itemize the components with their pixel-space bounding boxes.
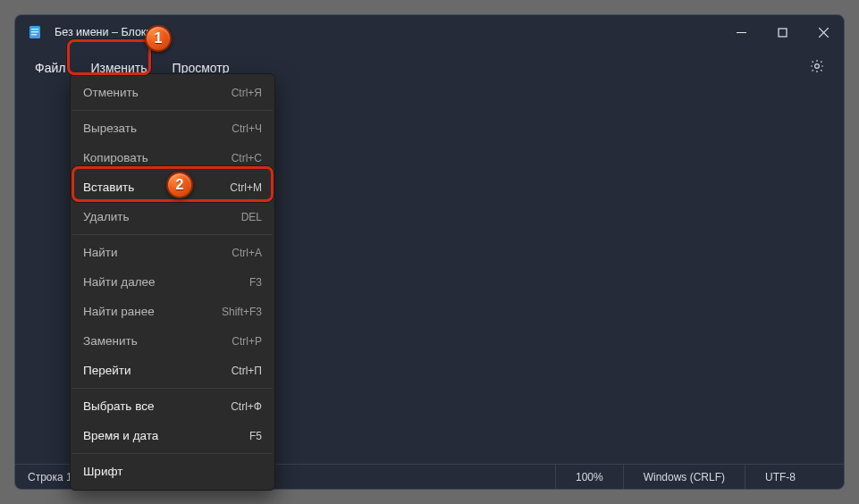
menu-item-label: Время и дата bbox=[83, 429, 249, 442]
svg-rect-2 bbox=[31, 31, 38, 32]
menu-separator bbox=[72, 388, 273, 389]
svg-rect-1 bbox=[31, 29, 38, 29]
menu-item-label: Вырезать bbox=[83, 122, 232, 135]
maximize-button[interactable] bbox=[762, 15, 803, 49]
menu-separator bbox=[72, 453, 273, 454]
menu-item-shortcut: DEL bbox=[241, 211, 262, 223]
menu-item-label: Выбрать все bbox=[83, 399, 231, 413]
menu-item-find[interactable]: Найти Ctrl+А bbox=[71, 238, 274, 267]
menu-item-label: Найти bbox=[83, 246, 232, 259]
menu-item-shortcut: Ctrl+П bbox=[232, 365, 262, 377]
menu-item-cut[interactable]: Вырезать Ctrl+Ч bbox=[71, 113, 274, 143]
menu-item-shortcut: F5 bbox=[249, 430, 262, 442]
titlebar: Без имени – Блокнот bbox=[15, 15, 844, 49]
menu-item-paste[interactable]: Вставить Ctrl+М bbox=[71, 172, 274, 202]
menu-item-shortcut: F3 bbox=[249, 276, 262, 289]
svg-point-8 bbox=[815, 64, 820, 69]
menu-item-goto[interactable]: Перейти Ctrl+П bbox=[71, 356, 274, 385]
close-button[interactable] bbox=[803, 15, 844, 49]
settings-button[interactable] bbox=[799, 50, 835, 86]
menu-item-label: Найти ранее bbox=[83, 305, 222, 318]
menu-item-font[interactable]: Шрифт bbox=[71, 457, 274, 486]
menu-item-label: Отменить bbox=[83, 86, 232, 99]
menu-item-shortcut: Ctrl+А bbox=[232, 247, 262, 259]
menu-item-shortcut: Ctrl+Я bbox=[232, 87, 262, 99]
notepad-icon bbox=[28, 25, 42, 39]
menu-item-find-next[interactable]: Найти далее F3 bbox=[71, 267, 274, 297]
edit-menu-dropdown: Отменить Ctrl+Я Вырезать Ctrl+Ч Копирова… bbox=[70, 73, 275, 491]
menu-item-undo[interactable]: Отменить Ctrl+Я bbox=[71, 78, 274, 107]
menu-item-select-all[interactable]: Выбрать все Ctrl+Ф bbox=[71, 391, 274, 421]
menu-item-shortcut: Ctrl+Ф bbox=[231, 400, 262, 413]
menu-item-label: Копировать bbox=[83, 151, 232, 164]
menu-separator bbox=[72, 110, 273, 111]
menu-item-delete[interactable]: Удалить DEL bbox=[71, 202, 274, 231]
status-encoding[interactable]: UTF-8 bbox=[745, 465, 831, 489]
status-line-ending[interactable]: Windows (CRLF) bbox=[623, 465, 745, 489]
menu-item-label: Вставить bbox=[83, 181, 230, 194]
menu-item-time-date[interactable]: Время и дата F5 bbox=[71, 421, 274, 450]
menu-item-shortcut: Ctrl+P bbox=[232, 335, 262, 348]
menu-item-copy[interactable]: Копировать Ctrl+C bbox=[71, 143, 274, 172]
status-zoom[interactable]: 100% bbox=[555, 465, 623, 489]
menu-item-shortcut: Ctrl+Ч bbox=[232, 122, 262, 135]
menu-item-label: Найти далее bbox=[83, 275, 249, 289]
menu-item-label: Шрифт bbox=[83, 465, 262, 478]
minimize-button[interactable] bbox=[720, 15, 762, 49]
svg-rect-5 bbox=[779, 29, 787, 37]
window-title: Без имени – Блокнот bbox=[55, 26, 164, 38]
menu-item-label: Удалить bbox=[83, 210, 241, 223]
menu-item-replace[interactable]: Заменить Ctrl+P bbox=[71, 326, 274, 356]
menu-item-label: Заменить bbox=[83, 334, 232, 348]
menu-item-shortcut: Shift+F3 bbox=[222, 306, 262, 318]
svg-rect-3 bbox=[31, 34, 37, 35]
menu-separator bbox=[72, 234, 273, 235]
menu-item-shortcut: Ctrl+C bbox=[232, 152, 262, 164]
gear-icon bbox=[809, 58, 825, 78]
menu-item-shortcut: Ctrl+М bbox=[230, 181, 262, 194]
menu-item-find-prev[interactable]: Найти ранее Shift+F3 bbox=[71, 297, 274, 326]
menu-item-label: Перейти bbox=[83, 364, 232, 377]
